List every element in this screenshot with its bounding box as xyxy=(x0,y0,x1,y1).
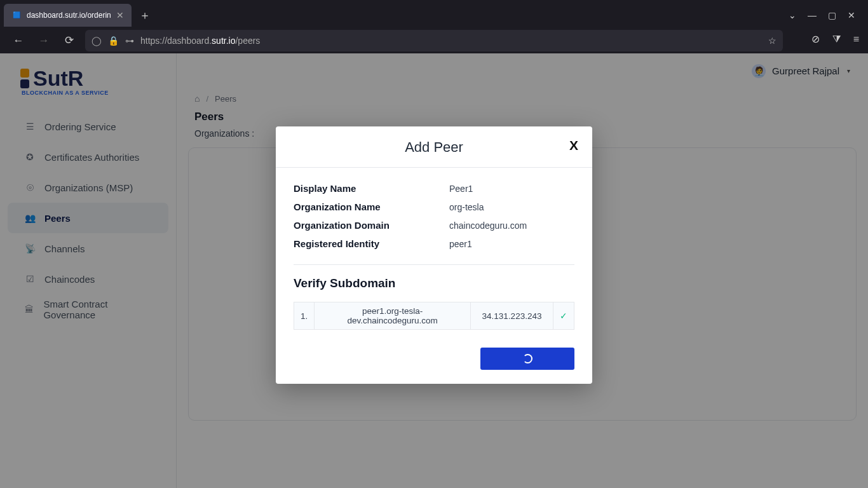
row-ip: 34.131.223.243 xyxy=(471,302,553,330)
new-tab-button[interactable]: ＋ xyxy=(139,8,151,23)
form-value: Peer1 xyxy=(449,184,473,194)
pocket-icon[interactable]: ⊘ xyxy=(811,33,820,45)
row-index: 1. xyxy=(294,302,315,330)
form-value: org-tesla xyxy=(449,202,484,212)
reload-button[interactable]: ⟳ xyxy=(60,31,79,50)
close-icon[interactable]: ✕ xyxy=(116,10,124,20)
form-row-organization-name: Organization Name org-tesla xyxy=(294,198,574,216)
browser-tab[interactable]: 🟦 dashboard.sutr.io/orderin ✕ xyxy=(4,4,132,27)
minimize-icon[interactable]: — xyxy=(808,10,817,20)
nav-bar: ← → ⟳ ◯ 🔒 ⊶ https://dashboard.sutr.io/pe… xyxy=(0,27,868,53)
lock-icon: 🔒 xyxy=(108,36,119,46)
chevron-down-icon[interactable]: ⌄ xyxy=(789,10,796,20)
browser-chrome: 🟦 dashboard.sutr.io/orderin ✕ ＋ ⌄ — ▢ ✕ … xyxy=(0,0,868,53)
url-bar[interactable]: ◯ 🔒 ⊶ https://dashboard.sutr.io/peers ☆ xyxy=(85,30,783,51)
modal-body: Display Name Peer1 Organization Name org… xyxy=(276,168,592,384)
form-row-display-name: Display Name Peer1 xyxy=(294,179,574,198)
add-peer-modal: Add Peer X Display Name Peer1 Organizati… xyxy=(276,126,592,384)
verify-subdomain-table: 1. peer1.org-tesla-dev.chaincodeguru.com… xyxy=(294,302,574,330)
modal-header: Add Peer X xyxy=(276,126,592,168)
extensions-icon[interactable]: ⧩ xyxy=(832,34,841,45)
form-label: Organization Domain xyxy=(294,220,449,231)
key-icon: ⊶ xyxy=(125,36,134,46)
form-row-registered-identity: Registered Identity peer1 xyxy=(294,234,574,253)
form-value: chaincodeguru.com xyxy=(449,220,527,231)
form-row-organization-domain: Organization Domain chaincodeguru.com xyxy=(294,216,574,234)
form-value: peer1 xyxy=(449,239,472,249)
form-label: Organization Name xyxy=(294,201,449,212)
tab-favicon-icon: 🟦 xyxy=(11,10,22,20)
app-viewport: SutR BLOCKCHAIN AS A SERVICE ☰ Ordering … xyxy=(0,53,868,488)
modal-close-button[interactable]: X xyxy=(569,138,578,153)
hamburger-icon[interactable]: ≡ xyxy=(853,34,859,45)
bookmark-icon[interactable]: ☆ xyxy=(768,36,776,46)
modal-title: Add Peer xyxy=(405,139,463,156)
table-row: 1. peer1.org-tesla-dev.chaincodeguru.com… xyxy=(294,302,574,330)
divider xyxy=(294,264,574,265)
form-label: Registered Identity xyxy=(294,238,449,249)
submit-button[interactable] xyxy=(480,348,574,370)
tab-title: dashboard.sutr.io/orderin xyxy=(27,11,111,20)
shield-icon: ◯ xyxy=(92,36,102,46)
close-window-icon[interactable]: ✕ xyxy=(848,10,855,20)
url-text: https://dashboard.sutr.io/peers xyxy=(140,36,260,46)
tab-bar: 🟦 dashboard.sutr.io/orderin ✕ ＋ ⌄ — ▢ ✕ xyxy=(0,0,868,27)
maximize-icon[interactable]: ▢ xyxy=(828,10,836,20)
back-button[interactable]: ← xyxy=(9,31,28,50)
verify-subdomain-title: Verify Subdomain xyxy=(294,276,574,290)
form-label: Display Name xyxy=(294,183,449,194)
forward-button[interactable]: → xyxy=(34,31,53,50)
check-icon: ✓ xyxy=(553,302,574,330)
spinner-icon xyxy=(523,354,532,363)
window-controls: ⌄ — ▢ ✕ xyxy=(789,10,864,20)
row-domain: peer1.org-tesla-dev.chaincodeguru.com xyxy=(315,302,471,330)
